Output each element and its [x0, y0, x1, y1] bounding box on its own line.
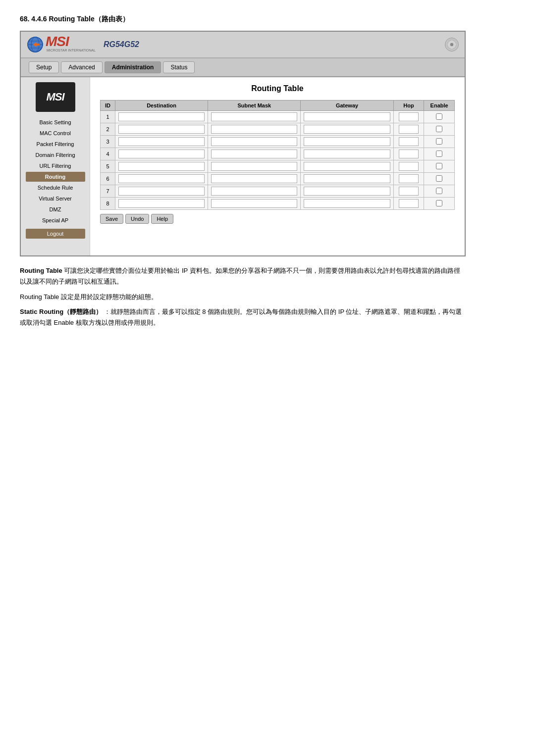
description-area: Routing Table 可讓您決定哪些實體介面位址要用於輸出 IP 資料包。…	[20, 265, 466, 328]
section-title: Routing Table	[100, 84, 455, 93]
row-4-subnet-mask-input[interactable]	[211, 150, 297, 158]
row-8-subnet-mask-input[interactable]	[211, 199, 297, 208]
sidebar-item-schedule-rule[interactable]: Schedule Rule	[26, 183, 85, 193]
row-7-gateway-input[interactable]	[304, 187, 390, 196]
cd-icon	[445, 38, 459, 51]
row-4-enable-checkbox[interactable]	[436, 151, 442, 157]
row-8-hop	[393, 198, 424, 210]
row-3-destination	[115, 136, 208, 148]
nav-tab-advanced[interactable]: Advanced	[61, 61, 102, 73]
row-3-destination-input[interactable]	[118, 137, 205, 146]
row-6-enable-checkbox[interactable]	[436, 175, 442, 182]
row-6-destination-input[interactable]	[118, 174, 205, 183]
table-row: 1	[101, 111, 455, 123]
row-2-gateway	[301, 123, 393, 136]
main-content: Routing Table ID Destination Subnet Mask…	[90, 77, 465, 255]
row-2-hop-input[interactable]	[399, 125, 419, 134]
sidebar-item-routing[interactable]: Routing	[26, 172, 85, 182]
sidebar-item-url-filtering[interactable]: URL Filtering	[26, 161, 85, 171]
row-7-subnet-mask-input[interactable]	[211, 187, 297, 196]
row-5-destination-input[interactable]	[118, 162, 205, 171]
row-3-enable-checkbox[interactable]	[436, 138, 442, 145]
msi-brand: MSI	[46, 35, 69, 49]
row-4-destination	[115, 148, 208, 160]
sidebar-item-basic-setting[interactable]: Basic Setting	[26, 117, 85, 127]
row-3-hop-input[interactable]	[399, 137, 419, 146]
undo-button[interactable]: Undo	[125, 214, 149, 224]
sidebar-item-domain-filtering[interactable]: Domain Filtering	[26, 150, 85, 160]
nav-tab-setup[interactable]: Setup	[29, 61, 59, 73]
row-8-destination-input[interactable]	[118, 199, 205, 208]
row-6-hop-input[interactable]	[399, 174, 419, 183]
row-1-gateway-input[interactable]	[304, 112, 390, 121]
msi-subtitle: MICROSTAR INTERNATIONAL	[47, 49, 96, 52]
router-content: MSI Basic Setting MAC Control Packet Fil…	[21, 77, 465, 255]
row-4-id: 4	[101, 148, 115, 160]
row-8-enable-checkbox[interactable]	[436, 200, 442, 206]
row-2-subnet-mask-input[interactable]	[211, 125, 297, 134]
desc-static-routing-label: Static Routing（靜態路由）	[20, 308, 102, 315]
row-6-destination	[115, 173, 208, 185]
col-header-enable: Enable	[424, 101, 455, 111]
sidebar-logo-text: MSI	[46, 91, 64, 103]
row-5-gateway-input[interactable]	[304, 162, 390, 171]
row-6-subnet-mask-input[interactable]	[211, 174, 297, 183]
row-6-gateway-input[interactable]	[304, 174, 390, 183]
row-3-gateway-input[interactable]	[304, 137, 390, 146]
row-5-enable	[424, 160, 455, 173]
row-6-gateway	[301, 173, 393, 185]
desc-para3: Static Routing（靜態路由） ：就靜態路由而言，最多可以指定 8 個…	[20, 306, 466, 328]
sidebar-item-packet-filtering[interactable]: Packet Filtering	[26, 139, 85, 149]
row-7-enable-checkbox[interactable]	[436, 188, 442, 194]
row-8-enable	[424, 198, 455, 210]
sidebar-item-virtual-server[interactable]: Virtual Server	[26, 194, 85, 203]
row-8-subnet-mask	[208, 198, 301, 210]
row-4-destination-input[interactable]	[118, 150, 205, 158]
row-8-id: 8	[101, 198, 115, 210]
row-1-destination-input[interactable]	[118, 112, 205, 121]
row-1-subnet-mask-input[interactable]	[211, 112, 297, 121]
row-7-hop-input[interactable]	[399, 187, 419, 196]
help-button[interactable]: Help	[151, 214, 173, 224]
row-1-hop-input[interactable]	[399, 112, 419, 121]
nav-bar: Setup Advanced Administration Status	[21, 58, 465, 77]
row-3-id: 3	[101, 136, 115, 148]
row-2-destination-input[interactable]	[118, 125, 205, 134]
nav-tab-administration[interactable]: Administration	[105, 61, 161, 73]
row-8-hop-input[interactable]	[399, 199, 419, 208]
table-row: 6	[101, 173, 455, 185]
sidebar-item-mac-control[interactable]: MAC Control	[26, 128, 85, 138]
row-1-hop	[393, 111, 424, 123]
sidebar-item-dmz[interactable]: DMZ	[26, 204, 85, 214]
table-row: 2	[101, 123, 455, 136]
row-2-subnet-mask	[208, 123, 301, 136]
router-header: MSI MICROSTAR INTERNATIONAL RG54G52	[21, 32, 465, 58]
row-2-gateway-input[interactable]	[304, 125, 390, 134]
row-5-destination	[115, 160, 208, 173]
row-1-id: 1	[101, 111, 115, 123]
row-5-hop-input[interactable]	[399, 162, 419, 171]
row-4-gateway-input[interactable]	[304, 150, 390, 158]
model-name: RG54G52	[104, 40, 139, 49]
table-row: 4	[101, 148, 455, 160]
row-1-enable-checkbox[interactable]	[436, 113, 442, 120]
row-2-enable-checkbox[interactable]	[436, 126, 442, 132]
row-4-hop-input[interactable]	[399, 150, 419, 158]
row-2-id: 2	[101, 123, 115, 136]
sidebar-item-logout[interactable]: Logout	[26, 229, 85, 239]
save-button[interactable]: Save	[100, 214, 123, 224]
row-3-subnet-mask-input[interactable]	[211, 137, 297, 146]
row-2-enable	[424, 123, 455, 136]
row-2-destination	[115, 123, 208, 136]
row-6-subnet-mask	[208, 173, 301, 185]
nav-tab-status[interactable]: Status	[163, 61, 195, 73]
row-7-destination-input[interactable]	[118, 187, 205, 196]
sidebar-item-special-ap[interactable]: Special AP	[26, 215, 85, 225]
row-5-id: 5	[101, 160, 115, 173]
row-5-subnet-mask-input[interactable]	[211, 162, 297, 171]
row-8-gateway-input[interactable]	[304, 199, 390, 208]
col-header-id: ID	[101, 101, 115, 111]
row-5-enable-checkbox[interactable]	[436, 163, 442, 169]
row-6-id: 6	[101, 173, 115, 185]
row-2-hop	[393, 123, 424, 136]
